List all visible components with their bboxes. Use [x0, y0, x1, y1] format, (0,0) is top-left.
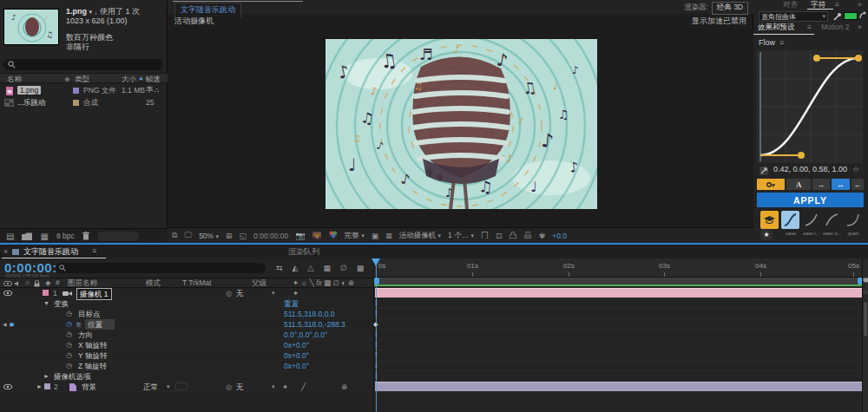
property-value[interactable]: 0x+0.0°	[284, 350, 309, 361]
eyedropper-icon[interactable]	[833, 12, 841, 21]
comp-flowchart-icon[interactable]: ⇆	[276, 264, 283, 272]
work-area-start-handle[interactable]	[374, 278, 379, 284]
flow-key-button[interactable]	[757, 179, 785, 190]
parent-dropdown[interactable]: 无	[236, 288, 244, 298]
tab-motion2[interactable]: Motion 2	[821, 23, 850, 31]
panel-menu-icon[interactable]: ≡	[807, 23, 812, 31]
panel-menu-icon[interactable]: ≡	[835, 0, 839, 9]
tab-effects-presets[interactable]: 效果和预设	[758, 23, 795, 33]
new-folder-icon[interactable]	[22, 232, 32, 240]
trash-icon[interactable]	[82, 232, 89, 240]
property-value[interactable]: 0x+0.0°	[284, 340, 309, 350]
stopwatch-icon[interactable]: ◷	[66, 340, 72, 350]
parent-dropdown[interactable]: 无	[236, 382, 244, 392]
visibility-eye-icon[interactable]	[3, 291, 12, 296]
collapse-switch-icon[interactable]: ✦	[282, 382, 288, 392]
property-row-x-rotation[interactable]: ◷ X 轴旋转 0x+0.0°	[0, 340, 373, 350]
twirl-right-icon[interactable]: ►	[43, 371, 49, 382]
camera-view-dropdown[interactable]: 活动摄像机 ▾	[399, 231, 441, 241]
layer-row-background[interactable]: ► 2 背景 正常 ▾ ◎ 无 ▾ ✦ ╱ ⊕	[0, 382, 373, 392]
flow-curve-editor[interactable]	[757, 50, 863, 163]
property-row-z-rotation[interactable]: ◷ Z 轴旋转 0x+0.0°	[0, 361, 373, 371]
preset-ease-tile[interactable]	[781, 211, 799, 229]
project-search-input[interactable]	[3, 59, 163, 70]
tab-align[interactable]: 对齐	[783, 0, 798, 10]
project-row-png[interactable]: 1.png PNG 文件 1.1 MB ∴	[0, 85, 168, 96]
preset-ease-in-tile[interactable]	[802, 211, 820, 229]
work-area-bar[interactable]	[374, 278, 863, 284]
bezier-values[interactable]: 0.42, 0.00, 0.58, 1.00	[773, 165, 847, 173]
tutorial-cap-tile[interactable]	[760, 211, 779, 229]
blend-mode-dropdown[interactable]: 正常	[143, 382, 158, 392]
marker-diamond-icon[interactable]: ◇	[864, 288, 868, 294]
flowchart-icon[interactable]: 品	[524, 230, 532, 241]
swap-colors-icon[interactable]	[859, 11, 866, 20]
exposure-value[interactable]: +0.0	[552, 232, 567, 240]
ease-both-arrow-button[interactable]: ↔	[832, 179, 851, 190]
trkmat-dropdown[interactable]	[175, 383, 187, 390]
apply-button[interactable]: APPLY	[757, 193, 864, 207]
channels-icon[interactable]	[329, 231, 338, 240]
preview-timecode[interactable]: 0:00:00:00	[253, 232, 288, 240]
layer-label-swatch[interactable]	[43, 290, 49, 296]
comp-viewer[interactable]: ♪ ♫ ♩ ♫ ♪ ♬ ♪ ♫ ♪ ♫ ♪ ♫ ♪	[168, 29, 753, 226]
property-value[interactable]: 511.5,318.0,-288.3	[284, 319, 345, 330]
property-value[interactable]: 511.5,318.0,0.0	[284, 309, 334, 319]
bit-depth-label[interactable]: 8 bpc	[56, 232, 75, 240]
property-row-y-rotation[interactable]: ◷ Y 轴旋转 0x+0.0°	[0, 350, 373, 361]
label-color-swatch[interactable]	[73, 88, 79, 94]
property-label-selected[interactable]: 位置	[85, 319, 115, 330]
track-row-camera[interactable]	[374, 288, 863, 298]
transform-group-row[interactable]: ▼ 变换 重置	[0, 298, 373, 309]
layer-switch-icon[interactable]: ✦	[293, 288, 299, 298]
track-row-background[interactable]	[374, 382, 863, 392]
col-size[interactable]: 大小	[122, 75, 136, 85]
favorite-star-icon[interactable]: ☆	[852, 165, 859, 173]
frame-blend-icon[interactable]: ▦	[323, 264, 331, 272]
shy-layers-icon[interactable]: △	[307, 264, 313, 272]
flow-text-button[interactable]: A	[786, 179, 811, 190]
pickwhip-icon[interactable]: ◎	[226, 288, 232, 298]
reset-exposure-icon[interactable]: ✾	[539, 232, 546, 240]
pickwhip-icon[interactable]: ◎	[226, 382, 232, 392]
snapshot-icon[interactable]: 📷	[295, 232, 305, 240]
timeline-comp-tab[interactable]: 文字随音乐跳动	[23, 246, 78, 258]
more-tabs-icon[interactable]: »	[858, 23, 862, 31]
track-row-position[interactable]: ◆	[374, 319, 863, 330]
show-snapshot-icon[interactable]: 🌄	[312, 232, 322, 240]
main-viewer-icon[interactable]: 🖵	[184, 231, 192, 240]
interpret-footage-icon[interactable]: ▤	[6, 232, 14, 241]
vertical-scrollbar[interactable]	[864, 302, 867, 337]
resolution-dropdown[interactable]: 完整 ▾	[345, 231, 365, 241]
magnification-dropdown[interactable]: 50% ▾	[199, 232, 219, 240]
ease-in-arrow-button[interactable]: ←	[852, 179, 864, 190]
pixel-aspect-icon[interactable]: 冂	[481, 230, 489, 241]
fill-color-swatch[interactable]	[844, 12, 858, 20]
layer-name[interactable]: 背景	[82, 382, 96, 392]
always-preview-icon[interactable]: ⧉	[172, 231, 177, 240]
col-trkmat[interactable]: T TrkMat	[182, 278, 211, 287]
label-color-swatch[interactable]	[73, 100, 79, 106]
stopwatch-icon[interactable]: ◷	[66, 309, 72, 319]
layer-label-swatch[interactable]	[44, 383, 50, 389]
font-family-dropdown[interactable]: 直角扭曲体 ▾	[759, 11, 828, 22]
camera-layer-duration-bar[interactable]	[375, 288, 862, 298]
new-composition-icon[interactable]: ▦	[40, 232, 48, 241]
stopwatch-icon[interactable]: ◷	[66, 350, 72, 361]
graph-icon[interactable]: ⊵	[76, 319, 82, 330]
project-row-comp[interactable]: ...乐跳动 合成 25	[0, 97, 168, 108]
timeline-search-input[interactable]	[56, 263, 266, 273]
col-type[interactable]: 类型	[75, 75, 89, 85]
twirl-down-icon[interactable]: ▼	[43, 298, 49, 309]
mask-visibility-icon[interactable]: ◱	[240, 232, 247, 240]
stopwatch-icon[interactable]: ◷	[66, 361, 72, 371]
close-icon[interactable]: ×	[3, 247, 8, 256]
preset-quart-tile[interactable]	[844, 211, 862, 229]
preset-ease-out-tile[interactable]	[823, 211, 841, 229]
quality-switch-icon[interactable]: ╱	[301, 382, 306, 392]
more-tabs-icon[interactable]: »	[858, 0, 862, 9]
keyframe-navigator[interactable]: ◀ ◆ ▶	[3, 319, 15, 330]
row-name[interactable]: 1.png	[17, 86, 41, 95]
copy-expression-icon[interactable]	[760, 167, 768, 175]
draft-3d-icon[interactable]: ◭	[293, 264, 299, 272]
